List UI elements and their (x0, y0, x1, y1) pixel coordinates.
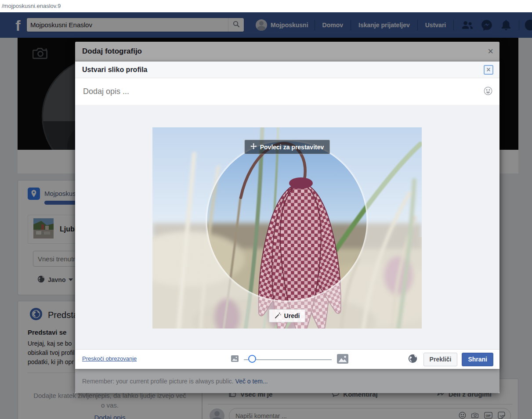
skip-cropping-link[interactable]: Preskoči obrezovanje (82, 355, 137, 362)
audience-globe-icon[interactable] (408, 354, 417, 365)
caption-row (75, 78, 499, 105)
zoom-slider (231, 350, 348, 369)
save-button[interactable]: Shrani (462, 353, 493, 366)
zoom-slider-track[interactable] (244, 359, 332, 360)
emoji-picker-icon[interactable] (484, 87, 492, 97)
footer-actions: Prekliči Shrani (408, 350, 493, 369)
zoom-slider-knob[interactable] (248, 355, 256, 363)
caption-input[interactable] (82, 87, 484, 97)
photo-crop-area: Povleci za prestavitev Uredi (75, 105, 499, 349)
create-profile-picture-dialog: Ustvari sliko profila (75, 61, 499, 369)
close-broken-image-icon[interactable] (484, 65, 493, 75)
uploaded-photo[interactable]: Povleci za prestavitev Uredi (152, 127, 422, 329)
small-image-icon (231, 355, 239, 364)
cancel-button[interactable]: Prekliči (423, 353, 458, 366)
screen: /mojposkusni.enaslov.9 f Mojposkusni Dom… (0, 0, 532, 419)
dialog-title-bar: Ustvari sliko profila (75, 61, 499, 78)
browser-url-fragment: /mojposkusni.enaslov.9 (0, 0, 532, 12)
move-icon (250, 143, 257, 151)
circular-crop-overlay[interactable] (152, 127, 422, 329)
dialog-title: Ustvari sliko profila (82, 66, 148, 73)
edit-photo-button[interactable]: Uredi (269, 309, 306, 322)
magic-wand-icon (275, 312, 281, 320)
drag-to-reposition-button[interactable]: Povleci za prestavitev (244, 140, 330, 154)
large-image-icon (337, 354, 348, 365)
crop-dialog-footer: Preskoči obrezovanje Prekliči Shrani (75, 349, 499, 369)
